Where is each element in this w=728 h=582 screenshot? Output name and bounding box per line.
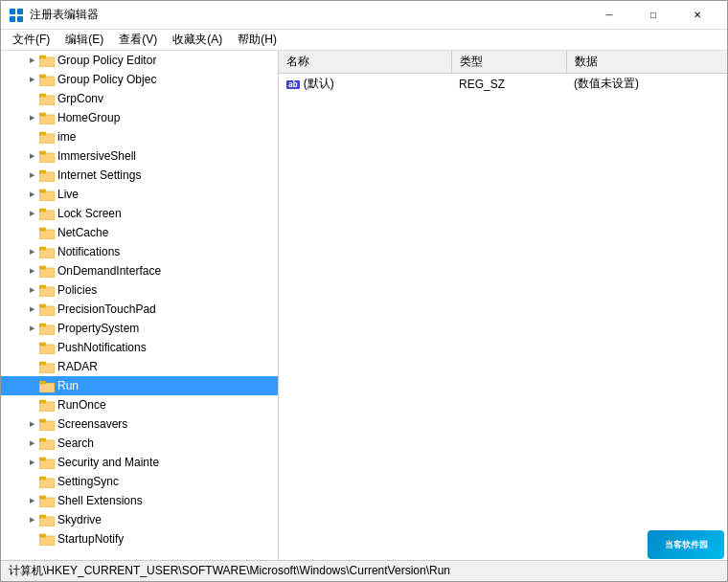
svg-rect-14: [39, 153, 55, 163]
value-type-cell: REG_SZ: [451, 74, 566, 95]
folder-icon-startupnotify: [39, 532, 55, 546]
svg-rect-36: [39, 364, 55, 373]
tree-label-homegroup: HomeGroup: [57, 111, 120, 124]
menu-file[interactable]: 文件(F): [5, 30, 57, 51]
tree-expander-search[interactable]: [24, 436, 39, 451]
tree-item-run[interactable]: Run: [1, 376, 278, 395]
tree-label-internet-settings: Internet Settings: [57, 168, 141, 182]
svg-rect-53: [39, 515, 46, 518]
tree-item-homegroup[interactable]: HomeGroup: [1, 108, 278, 127]
tree-item-group-policy-editor[interactable]: Group Policy Editor: [1, 51, 278, 70]
tree-item-screensavers[interactable]: Screensavers: [1, 414, 278, 434]
svg-rect-18: [39, 191, 55, 201]
folder-icon-propertysystem: [39, 322, 55, 335]
tree-expander-propertysystem[interactable]: [24, 321, 39, 336]
app-icon: [9, 8, 24, 23]
tree-item-skydrive[interactable]: Skydrive: [1, 510, 278, 529]
tree-expander-security-and-mainte[interactable]: [24, 455, 39, 470]
folder-icon-live: [39, 188, 55, 201]
folder-icon-group-policy-objec: [39, 73, 55, 86]
tree-expander-notifications[interactable]: [24, 244, 39, 259]
tree-item-startupnotify[interactable]: StartupNotify: [1, 529, 278, 548]
registry-tree[interactable]: Group Policy Editor Group Policy Objec G…: [1, 51, 279, 560]
tree-label-radar: RADAR: [57, 360, 98, 373]
menu-edit[interactable]: 编辑(E): [57, 30, 111, 51]
folder-icon-group-policy-editor: [39, 54, 55, 67]
minimize-button[interactable]: ─: [587, 1, 631, 30]
tree-expander-immersiveshell[interactable]: [24, 148, 39, 164]
main-window: 注册表编辑器 ─ □ ✕ 文件(F) 编辑(E) 查看(V) 收藏夹(A) 帮助…: [0, 0, 728, 582]
tree-label-precisiontouchpad: PrecisionTouchPad: [57, 302, 156, 316]
tree-expander-ime: [24, 129, 39, 145]
tree-item-ime[interactable]: ime: [1, 127, 278, 146]
svg-rect-44: [39, 440, 55, 450]
folder-icon-run: [39, 379, 55, 392]
menu-help[interactable]: 帮助(H): [230, 30, 284, 51]
maximize-button[interactable]: □: [631, 1, 675, 30]
tree-expander-lock-screen[interactable]: [24, 206, 39, 221]
folder-icon-pushnotifications: [39, 341, 55, 354]
tree-label-group-policy-editor: Group Policy Editor: [57, 54, 156, 67]
svg-rect-12: [39, 134, 55, 144]
tree-item-security-and-mainte[interactable]: Security and Mainte: [1, 453, 278, 472]
tree-item-radar[interactable]: RADAR: [1, 357, 278, 376]
tree-item-pushnotifications[interactable]: PushNotifications: [1, 338, 278, 357]
status-bar: 计算机\HKEY_CURRENT_USER\SOFTWARE\Microsoft…: [1, 560, 727, 581]
folder-icon-search: [39, 436, 55, 450]
tree-expander-settingsync: [24, 474, 39, 489]
tree-expander-policies[interactable]: [24, 282, 39, 298]
tree-label-settingsync: SettingSync: [57, 475, 119, 488]
tree-item-live[interactable]: Live: [1, 185, 278, 204]
menu-favorites[interactable]: 收藏夹(A): [165, 30, 230, 51]
svg-rect-48: [39, 479, 55, 488]
tree-label-runonce: RunOnce: [57, 398, 106, 412]
tree-item-shell-extensions[interactable]: Shell Extensions: [1, 491, 278, 510]
tree-item-policies[interactable]: Policies: [1, 280, 278, 300]
tree-expander-screensavers[interactable]: [24, 416, 39, 432]
tree-item-internet-settings[interactable]: Internet Settings: [1, 166, 278, 185]
tree-expander-shell-extensions[interactable]: [24, 493, 39, 508]
tree-expander-grpconv: [24, 91, 39, 106]
tree-item-immersiveshell[interactable]: ImmersiveShell: [1, 146, 278, 166]
tree-expander-group-policy-objec[interactable]: [24, 72, 39, 87]
menu-view[interactable]: 查看(V): [111, 30, 165, 51]
tree-label-startupnotify: StartupNotify: [57, 532, 124, 546]
tree-item-group-policy-objec[interactable]: Group Policy Objec: [1, 70, 278, 89]
tree-expander-internet-settings[interactable]: [24, 168, 39, 183]
tree-item-runonce[interactable]: RunOnce: [1, 395, 278, 414]
column-data-header: 数据: [566, 51, 727, 74]
folder-icon-shell-extensions: [39, 494, 55, 507]
tree-item-settingsync[interactable]: SettingSync: [1, 472, 278, 491]
tree-expander-homegroup[interactable]: [24, 110, 39, 125]
tree-expander-skydrive[interactable]: [24, 512, 39, 527]
tree-item-grpconv[interactable]: GrpConv: [1, 89, 278, 108]
table-row[interactable]: ab(默认)REG_SZ(数值未设置): [279, 74, 727, 95]
tree-item-search[interactable]: Search: [1, 434, 278, 453]
svg-rect-34: [39, 345, 55, 354]
tree-expander-ondemandinterface[interactable]: [24, 263, 39, 279]
tree-item-netcache[interactable]: NetCache: [1, 223, 278, 242]
tree-item-lock-screen[interactable]: Lock Screen: [1, 204, 278, 223]
window-title: 注册表编辑器: [30, 7, 587, 23]
tree-item-ondemandinterface[interactable]: OnDemandInterface: [1, 261, 278, 280]
svg-rect-3: [17, 16, 23, 22]
tree-expander-live[interactable]: [24, 187, 39, 202]
registry-values-table: 名称 类型 数据 ab(默认)REG_SZ(数值未设置): [279, 51, 727, 95]
svg-rect-52: [39, 517, 55, 526]
tree-expander-pushnotifications: [24, 340, 39, 355]
folder-icon-homegroup: [39, 111, 55, 124]
tree-expander-precisiontouchpad[interactable]: [24, 302, 39, 317]
tree-expander-group-policy-editor[interactable]: [24, 53, 39, 68]
value-table: 名称 类型 数据 ab(默认)REG_SZ(数值未设置): [279, 51, 727, 560]
svg-rect-5: [39, 56, 46, 58]
close-button[interactable]: ✕: [675, 1, 719, 30]
svg-rect-45: [39, 438, 46, 441]
tree-item-precisiontouchpad[interactable]: PrecisionTouchPad: [1, 300, 278, 319]
tree-label-policies: Policies: [57, 283, 97, 297]
folder-icon-internet-settings: [39, 168, 55, 182]
tree-item-propertysystem[interactable]: PropertySystem: [1, 319, 278, 338]
folder-icon-notifications: [39, 245, 55, 258]
svg-rect-24: [39, 249, 55, 258]
svg-rect-13: [39, 132, 46, 135]
tree-item-notifications[interactable]: Notifications: [1, 242, 278, 261]
